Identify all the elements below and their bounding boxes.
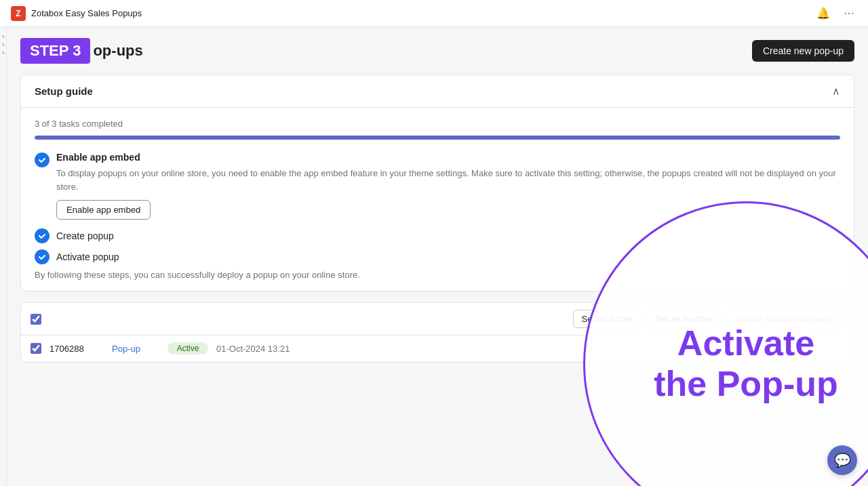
- collapse-icon[interactable]: ∧: [832, 85, 840, 98]
- page-title: op-ups: [93, 42, 142, 60]
- more-icon[interactable]: ⋯: [841, 5, 857, 21]
- setup-guide-card: Setup guide ∧ 3 of 3 tasks completed: [20, 75, 854, 291]
- task-create-popup: Create popup: [35, 228, 840, 243]
- top-bar: Z Zotabox Easy Sales Popups 🔔 ⋯: [0, 0, 868, 27]
- task-description-enable-embed: To display popups on your online store, …: [56, 167, 840, 193]
- select-all-checkbox[interactable]: [31, 314, 41, 325]
- setup-card-header: Setup guide ∧: [21, 75, 854, 108]
- task-activate-popup: Activate popup: [35, 249, 840, 264]
- step3-badge: STEP 3: [20, 38, 90, 64]
- nav-dot: [2, 43, 5, 46]
- checkmark-icon: [38, 253, 46, 261]
- table-row: 1706288 Pop-up Active 01-Oct-2024 13:21: [21, 336, 854, 362]
- top-bar-right: 🔔 ⋯: [814, 5, 857, 21]
- row-type[interactable]: Pop-up: [112, 344, 159, 354]
- enable-app-embed-button[interactable]: Enable app embed: [56, 200, 151, 220]
- checkmark-icon: [38, 156, 46, 164]
- task-label-enable-embed: Enable app embed: [56, 152, 840, 163]
- table-card: Set as Active Set as Inactive Delete sel…: [20, 302, 854, 363]
- app-icon: Z: [11, 6, 26, 21]
- row-checkbox[interactable]: [31, 343, 41, 354]
- task-enable-embed: Enable app embed To display popups on yo…: [35, 152, 840, 220]
- progress-bar-fill: [35, 136, 840, 140]
- checkmark-icon: [38, 232, 46, 240]
- row-id: 1706288: [50, 344, 104, 354]
- progress-bar-container: [35, 136, 840, 140]
- set-active-button[interactable]: Set as Active: [573, 310, 642, 328]
- task-content-enable-embed: Enable app embed To display popups on yo…: [56, 152, 840, 220]
- nav-strip: [0, 27, 7, 486]
- set-inactive-button[interactable]: Set as Inactive: [647, 310, 722, 328]
- task-label-activate-popup: Activate popup: [56, 251, 119, 262]
- setup-card-body: 3 of 3 tasks completed Enable app embed …: [21, 108, 854, 291]
- table-toolbar-left: [31, 314, 41, 325]
- delete-selected-button[interactable]: Delete selected widget(s): [728, 310, 844, 328]
- nav-dot: [2, 52, 5, 54]
- table-toolbar-right: Set as Active Set as Inactive Delete sel…: [573, 310, 844, 328]
- status-badge: Active: [167, 342, 208, 355]
- app-title: Zotabox Easy Sales Popups: [31, 8, 142, 18]
- task-check-activate-popup: [35, 249, 50, 264]
- main-content: STEP 3 op-ups Create new pop-up Setup gu…: [7, 27, 868, 486]
- overlay-line2: the Pop-up: [654, 364, 838, 405]
- create-new-popup-button[interactable]: Create new pop-up: [752, 40, 854, 62]
- task-label-create-popup: Create popup: [56, 230, 114, 241]
- chat-bubble-button[interactable]: 💬: [827, 445, 857, 475]
- nav-dot: [2, 35, 5, 38]
- table-toolbar: Set as Active Set as Inactive Delete sel…: [21, 303, 854, 336]
- setup-guide-title: Setup guide: [35, 85, 93, 97]
- setup-footer-text: By following these steps, you can succes…: [35, 270, 840, 280]
- top-bar-left: Z Zotabox Easy Sales Popups: [11, 6, 142, 21]
- row-date: 01-Oct-2024 13:21: [216, 344, 304, 354]
- tasks-completed-text: 3 of 3 tasks completed: [35, 119, 840, 129]
- task-check-create-popup: [35, 228, 50, 243]
- layout: STEP 3 op-ups Create new pop-up Setup gu…: [0, 27, 868, 486]
- bell-icon[interactable]: 🔔: [814, 5, 833, 21]
- task-check-enable-embed: [35, 153, 50, 167]
- page-header: STEP 3 op-ups Create new pop-up: [20, 38, 854, 64]
- page-title-area: STEP 3 op-ups: [20, 38, 143, 64]
